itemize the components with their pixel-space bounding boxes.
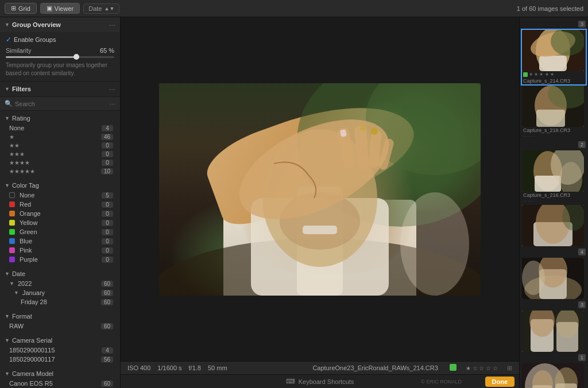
film-group-2: 2 Capture_s_216.CR3 · · · · · [520,140,588,246]
done-button[interactable]: Done [485,377,515,387]
rating-2star-row[interactable]: ★★ 0 [0,141,120,150]
color-green-row[interactable]: Green 0 [0,227,120,236]
film-thumb-5[interactable] [522,258,586,299]
viewer-button[interactable]: ▣ Viewer [40,3,80,14]
similarity-slider[interactable] [6,56,114,58]
similarity-row: Similarity 65 % [6,47,114,54]
date-header[interactable]: ▼ Date [0,269,120,279]
color-purple-row[interactable]: Purple 0 [0,255,120,264]
format-filter: ▼ Format RAW 60 [0,309,120,333]
camera-model-header[interactable]: ▼ Camera Model [0,368,120,379]
film-thumb-4[interactable] [522,205,586,246]
bottom-bar: ⌨ Keyboard Shortcuts © ERIC RONALD Done [121,374,519,388]
search-input[interactable] [15,100,107,107]
film-thumb-1[interactable]: ★ ★ ★ ★ ★ Capture_s_214.CR3 [522,30,586,84]
thumb-img-3 [522,150,584,192]
color-yellow-row[interactable]: Yellow 0 [0,218,120,227]
camera-serial-chevron-icon: ▼ [5,337,10,343]
film-thumb-6[interactable] [522,311,586,352]
search-options-icon[interactable]: ··· [109,99,115,108]
camera-serial-header[interactable]: ▼ Camera Serial [0,335,120,346]
date-label: Date [12,270,25,277]
filters-title: Filters [12,86,31,92]
center-area: ISO 400 1/1600 s f/1.8 50 mm CaptureOne2… [121,17,519,388]
group-overview-header[interactable]: ▼ Group Overview ··· [0,17,120,32]
thumb-label-2: Capture_s_218.CR3 [522,127,586,134]
info-icon: ⊞ [507,364,512,372]
camera-model-label: Camera Model [12,370,53,377]
color-pink-row[interactable]: Pink 0 [0,246,120,255]
date-january-row[interactable]: ▼January 60 [0,288,120,297]
format-chevron-icon: ▼ [5,313,10,319]
thumb-img-6 [522,311,584,352]
photo-svg [159,83,481,296]
enable-groups-row[interactable]: ✓ Enable Groups [6,36,114,44]
color-tag-header[interactable]: ▼ Color Tag [0,180,120,191]
exif-iso: ISO 400 [127,364,150,371]
thumb-svg-1 [522,30,584,71]
film-thumb-7[interactable] [522,363,586,388]
thumb-svg-6 [522,311,584,352]
color-none-row[interactable]: None 5 [0,191,120,200]
camera-model-chevron-icon: ▼ [5,371,10,377]
group-overview-body: ✓ Enable Groups Similarity 65 % Temporar… [0,32,120,81]
date-chevron-icon: ▼ [5,271,10,277]
rating-1star-row[interactable]: ★ 46 [0,133,120,141]
keyboard-icon: ⌨ [286,378,295,385]
svg-point-39 [522,261,545,295]
thumb-label-1: Capture_s_214.CR3 [522,77,586,84]
thumb-svg-2 [522,86,584,127]
thumb-svg-5 [522,258,584,299]
enable-groups-label: Enable Groups [14,36,56,43]
group-overview-description: Temporarily group your images together b… [6,61,114,77]
green-tag-badge [450,364,457,371]
color-red-row[interactable]: Red 0 [0,200,120,209]
date-selector[interactable]: Date ▲▼ [83,3,119,14]
svg-point-16 [400,192,469,296]
exif-shutter: 1/1600 s [157,364,181,371]
viewer-area[interactable] [121,17,519,361]
exif-focal: 50 mm [208,364,227,371]
main-layout: ▼ Group Overview ··· ✓ Enable Groups Sim… [0,17,588,388]
thumb-img-7 [522,363,584,388]
filters-header[interactable]: ▼ Filters ··· [0,82,120,97]
rating-none-row[interactable]: None 4 [0,123,120,133]
group-badge-3: 4 [578,249,586,255]
svg-rect-7 [303,226,337,234]
thumb-img-1 [522,30,584,71]
group-badge-4: 3 [578,301,586,308]
main-image [159,83,481,296]
film-thumb-3[interactable]: Capture_s_216.CR3 · · · · · [522,150,586,204]
rating-4star-row[interactable]: ★★★★ 0 [0,158,120,167]
format-raw-row[interactable]: RAW 60 [0,321,120,331]
grid-button[interactable]: ⊞ Grid [5,3,37,14]
serial-2-row[interactable]: 1850290000117 56 [0,355,120,364]
film-thumb-2[interactable]: Capture_s_218.CR3 · · · · · [522,86,586,139]
sort-arrows-icon: ▲▼ [104,6,114,11]
format-header[interactable]: ▼ Format [0,311,120,321]
camera-serial-label: Camera Serial [12,337,52,344]
group-overview-section: ▼ Group Overview ··· ✓ Enable Groups Sim… [0,17,120,82]
group-overview-menu-icon[interactable]: ··· [109,20,115,29]
film-group-5: 1 [520,353,588,388]
camera-model-filter: ▼ Camera Model Canon EOS R5 60 [0,366,120,388]
rating-5star-row[interactable]: ★★★★★ 10 [0,167,120,176]
rating-header[interactable]: ▼ Rating [0,113,120,123]
color-blue-row[interactable]: Blue 0 [0,236,120,246]
top-bar: ⊞ Grid ▣ Viewer Date ▲▼ 1 of 60 images s… [0,0,588,17]
serial-1-row[interactable]: 1850290000115 4 [0,346,120,355]
date-2022-row[interactable]: ▼2022 60 [0,279,120,288]
thumb-svg-4 [522,205,584,246]
rating-3star-row[interactable]: ★★★ 0 [0,150,120,158]
svg-point-14 [371,128,378,135]
color-orange-row[interactable]: Orange 0 [0,209,120,218]
group-badge-1: 3 [578,21,586,28]
rating-filter: ▼ Rating None 4 ★ 46 ★★ 0 ★★★ 0 ★★★★ 0 [0,111,120,178]
viewer-icon: ▣ [47,5,52,12]
color-tag-chevron-icon: ▼ [5,183,10,188]
camera-r5-row[interactable]: Canon EOS R5 60 [0,379,120,388]
svg-point-15 [360,125,366,131]
filters-menu-icon[interactable]: ··· [109,84,115,94]
date-friday28-row[interactable]: Friday 28 60 [0,297,120,306]
search-icon: 🔍 [5,100,13,107]
